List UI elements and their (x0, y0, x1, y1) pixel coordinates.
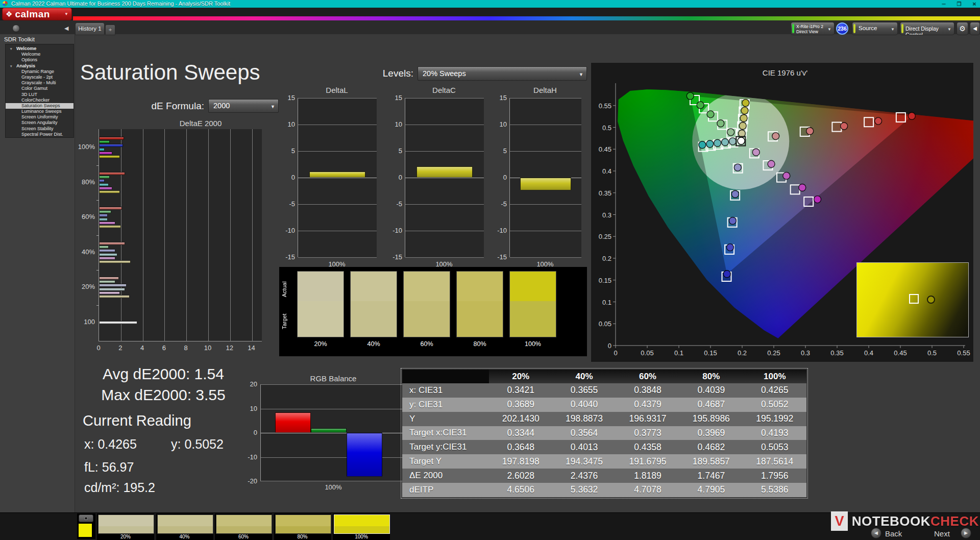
bar-segment (99, 291, 120, 294)
saturation-swatch-strip: ActualTarget20%40%60%80%100% (279, 267, 587, 356)
sidebar-item-label: Welcome (16, 46, 36, 51)
rgb-balance-plot-area (260, 384, 407, 481)
source-selector-button[interactable]: Source ▼ (852, 22, 898, 35)
gridline (510, 257, 581, 258)
sidebar-item-luminance-sweeps[interactable]: Luminance Sweeps (6, 109, 74, 114)
target-color (510, 301, 556, 337)
group-label-80: 80% (71, 178, 95, 186)
thumb-top-color (158, 515, 213, 526)
current-patch-swatch[interactable] (79, 524, 92, 537)
gridline (405, 151, 484, 152)
cie-measured-point-green (687, 92, 694, 100)
sidebar-item-saturation-sweeps[interactable]: Saturation Sweeps (6, 103, 74, 109)
patch-thumb-80[interactable]: 80% (274, 513, 331, 540)
add-tab-button[interactable]: + (105, 24, 115, 35)
meter-selector-button[interactable]: X-Rite i1Pro 2 Direct View ▼ (791, 22, 835, 35)
window-titlebar: Calman 2022 Calman Ultimate for Business… (0, 0, 980, 8)
gear-icon[interactable]: ⚙ (957, 22, 968, 35)
x-axis-tick-label: 0.3 (801, 349, 810, 357)
levels-value: 20% Sweeps (423, 69, 466, 78)
swatch-100 (509, 271, 556, 337)
swatch-label: 20% (297, 340, 344, 348)
y-axis-tick-label: -20 (236, 477, 257, 485)
de-formula-dropdown[interactable]: 2000 ▼ (208, 99, 279, 113)
column-header-20: 20% (489, 370, 552, 383)
patch-thumb-100[interactable]: 100% (333, 513, 390, 540)
sidebar-item-spectral-power-dist[interactable]: Spectral Power Dist. (6, 132, 74, 137)
gridline (510, 204, 581, 205)
close-button[interactable]: ✕ (969, 0, 980, 8)
table-row-y-cie31: y: CIE310.36890.40400.43790.46870.5052 (402, 398, 806, 412)
sidebar-item-welcome[interactable]: ▾Welcome (6, 46, 74, 52)
rgb-bar-green (311, 428, 347, 433)
table-cell: 0.3648 (489, 440, 552, 454)
bar-segment (99, 218, 108, 221)
bar-segment (99, 210, 111, 213)
group-label-20: 20% (71, 283, 95, 290)
gridline (121, 129, 121, 341)
y-axis-tick-label: -10 (236, 453, 257, 461)
bar-segment (99, 172, 125, 175)
minimize-button[interactable]: ─ (938, 0, 949, 8)
measurement-count-badge[interactable]: 236 (836, 22, 848, 35)
gridline (405, 204, 484, 205)
sidebar-item-label: Grayscale - 2pt (21, 75, 53, 80)
sidebar-item-grayscale-2pt[interactable]: Grayscale - 2pt (6, 75, 74, 80)
tree-expander-icon[interactable]: ▾ (10, 63, 12, 69)
y-axis-tick-label: 10 (486, 120, 507, 128)
sidebar-item-analysis[interactable]: ▾Analysis (6, 63, 74, 69)
sidebar-item-color-gamut[interactable]: Color Gamut (6, 86, 74, 91)
bar-segment (99, 295, 130, 298)
sidebar-item-colorchecker[interactable]: ColorChecker (6, 97, 74, 103)
gridline (164, 129, 165, 341)
reading-fl: fL: 56.97 (84, 460, 134, 475)
levels-dropdown[interactable]: 20% Sweeps ▼ (418, 66, 587, 81)
calman-menu-button[interactable]: ❖ calman ▼ (2, 8, 72, 20)
table-cell: 196.9317 (616, 412, 679, 426)
table-cell: 0.3773 (616, 426, 679, 440)
sidebar-item-dynamic-range[interactable]: Dynamic Range (6, 69, 74, 75)
tab-history-1[interactable]: History 1 (75, 22, 105, 35)
sidebar-item-3d-lut[interactable]: 3D LUT (6, 92, 74, 97)
target-axis-label: Target (281, 306, 288, 337)
bar-segment (99, 140, 110, 143)
patch-thumb-60[interactable]: 60% (215, 513, 272, 540)
max-de2000-readout: Max dE2000: 3.55 (84, 386, 242, 404)
gridline (230, 129, 231, 341)
notebookcheck-logo-icon: V (831, 511, 848, 531)
table-cell: 0.5052 (743, 398, 806, 412)
deltae2000-chart: DeltaE 200002468101214100%80%60%40%20%10… (71, 119, 271, 351)
patch-thumb-20[interactable]: 20% (97, 513, 154, 540)
cie-measured-point-cyan (699, 141, 706, 149)
chevron-down-icon: ▼ (827, 27, 831, 32)
cie-measured-point-blue (723, 271, 730, 278)
calman-logo-icon: ❖ (6, 10, 12, 19)
sidebar-item-options[interactable]: Options (6, 57, 74, 63)
sidebar-item-welcome[interactable]: Welcome (6, 52, 74, 57)
sidebar-title: SDR Toolkit (4, 36, 35, 42)
patch-thumb-40[interactable]: 40% (156, 513, 213, 540)
sidebar-item-screen-angularity[interactable]: Screen Angularity (6, 120, 74, 126)
source-label: Source (859, 25, 877, 31)
x-axis-tick-label: 4 (136, 344, 149, 352)
sidebar-item-screen-uniformity[interactable]: Screen Uniformity (6, 114, 74, 120)
table-cell: 4.7078 (616, 483, 679, 497)
display-control-button[interactable]: Direct Display Control ▼ (900, 22, 954, 35)
results-table: 20%40%60%80%100%x: CIE310.34210.36550.38… (402, 370, 806, 497)
y-axis-tick-label: -5 (275, 200, 295, 208)
thumb-label: 20% (97, 534, 154, 539)
y-axis-tick-label: 0.2 (602, 255, 611, 262)
workspace-toggle-button[interactable] (12, 24, 20, 32)
sidebar-item-screen-stability[interactable]: Screen Stability (6, 126, 74, 132)
levels-label: Levels: (332, 68, 413, 79)
sidebar-item-grayscale-multi[interactable]: Grayscale - Multi (6, 80, 74, 86)
table-cell: 1.7956 (743, 469, 806, 483)
row-label: Target x:CIE31 (402, 426, 489, 440)
tree-expander-icon[interactable]: ▾ (10, 46, 12, 52)
eye-icon[interactable] (79, 514, 93, 522)
maximize-button[interactable]: ❐ (953, 0, 965, 8)
gridline (261, 481, 407, 481)
panel-collapse-icon[interactable]: ◀ (970, 22, 980, 35)
y-axis-tick-label: 0.55 (599, 102, 611, 110)
sidebar-collapse-icon[interactable]: ◀ (64, 25, 68, 32)
